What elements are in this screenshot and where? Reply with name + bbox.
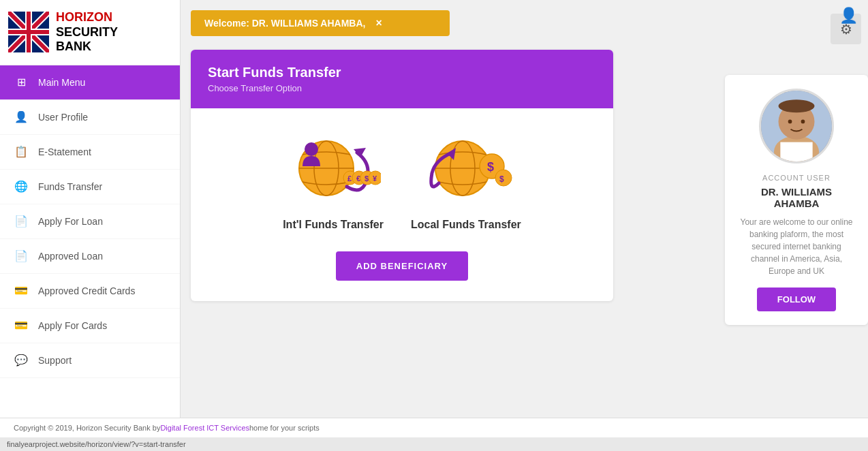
welcome-text: Welcome: DR. WILLIAMS AHAMBA, xyxy=(204,18,365,29)
transfer-body: £ € $ ¥ In xyxy=(191,108,613,301)
logo-text: HORIZON SECURITY BANK xyxy=(56,10,118,55)
sidebar-label-user-profile: User Profile xyxy=(38,112,88,123)
svg-rect-9 xyxy=(8,30,49,34)
sidebar-label-approved-credit-cards: Approved Credit Cards xyxy=(38,285,135,296)
footer-link[interactable]: Digital Forest ICT Services xyxy=(160,424,249,432)
sidebar-label-support: Support xyxy=(38,355,72,366)
logo-security: SECURITY xyxy=(56,25,118,40)
transfer-header: Start Funds Transfer Choose Transfer Opt… xyxy=(191,50,613,108)
card-icon-apply: 💳 xyxy=(14,318,29,333)
person-icon: 👤 xyxy=(839,7,858,24)
svg-point-36 xyxy=(788,120,792,124)
profile-description: Your are welcome to our online banking p… xyxy=(739,216,854,277)
clipboard-icon: 📋 xyxy=(14,144,29,159)
local-transfer-icon: $ $ xyxy=(418,129,514,211)
transfer-subtitle: Choose Transfer Option xyxy=(208,83,596,93)
intl-transfer-icon: £ € $ ¥ xyxy=(285,129,381,211)
sidebar-item-approved-loan[interactable]: 📄 Approved Loan xyxy=(0,239,180,274)
intl-transfer-option[interactable]: £ € $ ¥ In xyxy=(283,129,384,231)
document-icon-loan: 📄 xyxy=(14,214,29,229)
sidebar: HORIZON SECURITY BANK ⊞ Main Menu 👤 User… xyxy=(0,0,181,418)
sidebar-label-apply-for-loan: Apply For Loan xyxy=(38,216,103,227)
sidebar-item-user-profile[interactable]: 👤 User Profile xyxy=(0,100,180,135)
svg-rect-33 xyxy=(780,142,812,161)
sidebar-item-funds-transfer[interactable]: 🌐 Funds Transfer xyxy=(0,170,180,204)
local-transfer-label: Local Funds Transfer xyxy=(411,219,521,231)
sidebar-item-approved-credit-cards[interactable]: 💳 Approved Credit Cards xyxy=(0,274,180,309)
logo-area: HORIZON SECURITY BANK xyxy=(0,0,180,65)
sidebar-label-funds-transfer: Funds Transfer xyxy=(38,181,102,192)
transfer-title: Start Funds Transfer xyxy=(208,65,596,80)
transfer-options: £ € $ ¥ In xyxy=(283,129,521,231)
header-user-icon[interactable]: 👤 xyxy=(839,7,858,25)
svg-text:€: € xyxy=(356,174,360,183)
svg-text:$: $ xyxy=(499,174,504,184)
svg-text:$: $ xyxy=(365,174,369,183)
sidebar-item-apply-for-loan[interactable]: 📄 Apply For Loan xyxy=(0,204,180,239)
main-content: Welcome: DR. WILLIAMS AHAMBA, × Start Fu… xyxy=(181,0,711,418)
avatar-container xyxy=(759,89,834,164)
footer-copyright: Copyright © 2019, Horizon Security Bank … xyxy=(14,424,160,432)
grid-icon: ⊞ xyxy=(14,75,29,90)
url-bar: finalyearproject.website/horizon/view/?v… xyxy=(0,437,868,451)
avatar xyxy=(761,91,832,161)
footer-suffix: home for your scripts xyxy=(249,424,320,432)
logo-flag xyxy=(8,12,49,52)
sidebar-label-apply-for-cards: Apply For Cards xyxy=(38,320,107,331)
svg-text:£: £ xyxy=(347,174,352,183)
sidebar-label-e-statement: E-Statement xyxy=(38,146,91,157)
sidebar-label-main-menu: Main Menu xyxy=(38,77,85,88)
globe-icon: 🌐 xyxy=(14,179,29,194)
welcome-banner: Welcome: DR. WILLIAMS AHAMBA, × xyxy=(191,10,450,36)
add-beneficiary-button[interactable]: ADD BENEFICIARY xyxy=(336,251,468,281)
sidebar-label-approved-loan: Approved Loan xyxy=(38,251,103,262)
account-user-label: ACCOUNT USER xyxy=(762,174,831,182)
sidebar-item-e-statement[interactable]: 📋 E-Statement xyxy=(0,135,180,170)
profile-name: DR. WILLIAMS AHAMBA xyxy=(739,186,854,209)
document-icon-approved-loan: 📄 xyxy=(14,249,29,264)
local-transfer-option[interactable]: $ $ Local Funds Transfer xyxy=(411,129,521,231)
svg-text:$: $ xyxy=(487,160,494,174)
transfer-card: Start Funds Transfer Choose Transfer Opt… xyxy=(191,50,613,301)
svg-point-37 xyxy=(801,120,805,124)
follow-button[interactable]: FOLLOW xyxy=(757,287,836,311)
logo-bank: BANK xyxy=(56,40,118,55)
sidebar-item-support[interactable]: 💬 Support xyxy=(0,343,180,378)
close-icon[interactable]: × xyxy=(375,17,382,29)
profile-card: ACCOUNT USER DR. WILLIAMS AHAMBA Your ar… xyxy=(725,75,868,325)
svg-text:¥: ¥ xyxy=(373,174,377,183)
svg-point-22 xyxy=(305,142,318,156)
footer: Copyright © 2019, Horizon Security Bank … xyxy=(0,418,868,437)
intl-transfer-label: Int'l Funds Transfer xyxy=(283,219,384,231)
right-panel: ⚙ xyxy=(711,0,868,418)
sidebar-item-main-menu[interactable]: ⊞ Main Menu xyxy=(0,65,180,100)
chat-icon: 💬 xyxy=(14,353,29,368)
logo-horizon: HORIZON xyxy=(56,10,118,25)
card-icon-approved: 💳 xyxy=(14,283,29,298)
url-text: finalyearproject.website/horizon/view/?v… xyxy=(7,440,186,448)
svg-point-35 xyxy=(779,99,815,112)
sidebar-item-apply-for-cards[interactable]: 💳 Apply For Cards xyxy=(0,309,180,343)
user-icon: 👤 xyxy=(14,110,29,125)
